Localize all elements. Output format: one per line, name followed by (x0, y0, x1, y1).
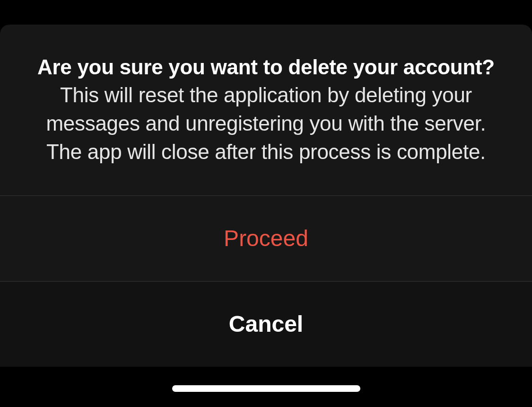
cancel-section: Cancel (0, 282, 532, 367)
proceed-button-label: Proceed (224, 225, 308, 251)
dialog-title: Are you sure you want to delete your acc… (37, 55, 495, 79)
dialog-body: This will reset the application by delet… (46, 83, 486, 163)
action-sheet: Are you sure you want to delete your acc… (0, 25, 532, 367)
cancel-button-label: Cancel (229, 311, 303, 337)
dialog-message-section: Are you sure you want to delete your acc… (0, 25, 532, 195)
proceed-button[interactable]: Proceed (0, 196, 532, 281)
home-indicator[interactable] (172, 385, 360, 392)
cancel-button[interactable]: Cancel (0, 282, 532, 367)
